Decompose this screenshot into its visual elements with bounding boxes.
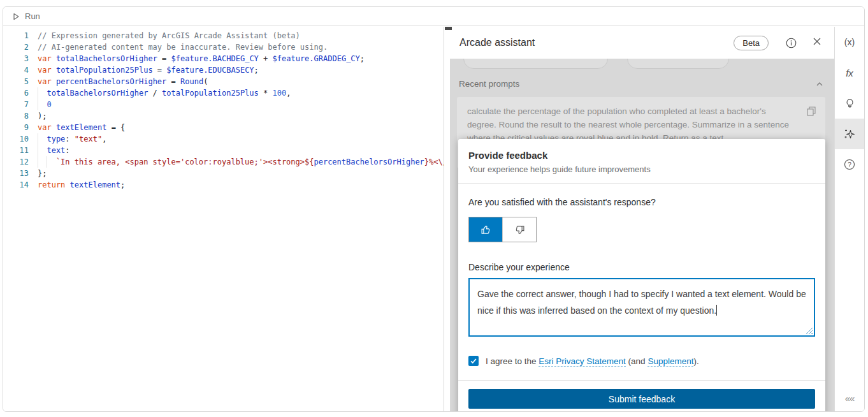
suggestion-chip[interactable] bbox=[463, 59, 608, 69]
run-button[interactable]: Run bbox=[25, 11, 40, 21]
recent-prompts-label: Recent prompts bbox=[459, 79, 815, 89]
functions-icon: fx bbox=[846, 68, 853, 78]
close-icon[interactable] bbox=[813, 37, 821, 48]
thumbs-up-icon bbox=[481, 224, 491, 235]
code-line[interactable]: 4var totalPopulation25Plus = $feature.ED… bbox=[3, 64, 444, 76]
code-text: return textElement; bbox=[38, 179, 125, 191]
satisfaction-toggle bbox=[468, 217, 537, 242]
line-number: 6 bbox=[3, 87, 29, 99]
assistant-header: Arcade assistant Beta bbox=[450, 27, 834, 59]
feedback-title: Provide feedback bbox=[468, 150, 815, 161]
agree-prefix: I agree to the bbox=[486, 356, 539, 366]
sparkle-icon bbox=[844, 128, 855, 140]
help-icon: ? bbox=[844, 159, 855, 170]
privacy-checkbox[interactable] bbox=[468, 356, 479, 366]
privacy-statement-link[interactable]: Esri Privacy Statement bbox=[539, 356, 626, 367]
code-line[interactable]: 13}; bbox=[3, 168, 444, 179]
sidebar-item-suggestions[interactable] bbox=[835, 88, 864, 119]
editor-sidebar: (x) fx ? «« bbox=[834, 27, 864, 411]
copy-prompt-icon[interactable] bbox=[806, 106, 817, 117]
line-number: 1 bbox=[3, 30, 29, 41]
code-text: var percentBachelorsOrHigher = Round( bbox=[38, 76, 208, 87]
code-text: // Expression generated by ArcGIS Arcade… bbox=[38, 30, 300, 41]
thumbs-up-button[interactable] bbox=[469, 217, 502, 242]
code-text: type: "text", bbox=[38, 133, 106, 145]
assistant-title: Arcade assistant bbox=[459, 37, 734, 48]
feedback-dialog-footer: Submit feedback bbox=[458, 380, 825, 411]
line-number: 4 bbox=[3, 64, 29, 76]
editor-toolbar: Run bbox=[3, 7, 864, 26]
lightbulb-icon bbox=[844, 98, 855, 109]
code-line[interactable]: 11text: bbox=[3, 145, 444, 156]
code-line[interactable]: 1// Expression generated by ArcGIS Arcad… bbox=[3, 30, 444, 41]
code-text: var totalPopulation25Plus = $feature.EDU… bbox=[38, 64, 259, 76]
arcade-assistant-panel: Arcade assistant Beta Recent prompts bbox=[450, 27, 834, 411]
code-text: }; bbox=[38, 168, 47, 179]
line-number: 2 bbox=[3, 41, 29, 53]
describe-experience-label: Describe your experience bbox=[468, 262, 815, 272]
beta-badge: Beta bbox=[734, 36, 769, 50]
experience-textarea[interactable]: Gave the correct answer, though I had to… bbox=[468, 278, 815, 337]
divider-drag-handle[interactable] bbox=[445, 27, 452, 30]
feedback-dialog-body: Are you satisfied with the assistant's r… bbox=[458, 184, 825, 366]
line-number: 11 bbox=[3, 145, 29, 156]
chevron-up-icon[interactable] bbox=[815, 80, 824, 89]
code-line[interactable]: 8); bbox=[3, 110, 444, 122]
line-number: 14 bbox=[3, 179, 29, 191]
privacy-agree-text: I agree to the Esri Privacy Statement (a… bbox=[486, 356, 699, 366]
code-line[interactable]: 6totalBachelorsOrHigher / totalPopulatio… bbox=[3, 87, 444, 99]
code-line[interactable]: 2// AI-generated content may be inaccura… bbox=[3, 41, 444, 53]
collapse-panel-icon[interactable]: «« bbox=[835, 393, 864, 404]
line-number: 9 bbox=[3, 122, 29, 133]
line-number: 13 bbox=[3, 168, 29, 179]
line-number: 10 bbox=[3, 133, 29, 145]
line-number: 5 bbox=[3, 76, 29, 87]
sidebar-item-functions[interactable]: fx bbox=[835, 57, 864, 88]
agree-suffix: ). bbox=[693, 356, 698, 366]
code-text: 0 bbox=[38, 99, 52, 110]
svg-text:?: ? bbox=[848, 161, 851, 168]
code-line[interactable]: 9var textElement = { bbox=[3, 122, 444, 133]
sidebar-item-globals[interactable]: (x) bbox=[835, 27, 864, 57]
code-line[interactable]: 3var totalBachelorsOrHigher = $feature.B… bbox=[3, 53, 444, 64]
code-line[interactable]: 10type: "text", bbox=[3, 133, 444, 145]
panel-resize-divider[interactable] bbox=[444, 27, 450, 411]
code-text: var textElement = { bbox=[38, 122, 125, 133]
code-text: var totalBachelorsOrHigher = $feature.BA… bbox=[38, 53, 365, 64]
code-text: text: bbox=[38, 145, 70, 156]
info-icon[interactable] bbox=[786, 38, 797, 48]
code-text: // AI-generated content may be inaccurat… bbox=[38, 41, 328, 53]
code-text: ); bbox=[38, 110, 47, 122]
recent-prompts-section-header[interactable]: Recent prompts bbox=[459, 79, 824, 89]
globals-icon: (x) bbox=[844, 37, 855, 47]
privacy-agree-row: I agree to the Esri Privacy Statement (a… bbox=[468, 356, 815, 366]
assistant-body-dimmed: Recent prompts calculate the percentage … bbox=[450, 59, 834, 411]
feedback-subtitle: Your experience helps guide future impro… bbox=[468, 165, 815, 174]
code-line[interactable]: 14return textElement; bbox=[3, 179, 444, 191]
code-text: `In this area, <span style='color:royalb… bbox=[38, 156, 444, 168]
code-editor[interactable]: 1// Expression generated by ArcGIS Arcad… bbox=[3, 27, 444, 411]
checkmark-icon bbox=[470, 357, 477, 365]
run-play-icon[interactable] bbox=[11, 12, 20, 21]
agree-middle: (and bbox=[626, 356, 648, 366]
submit-feedback-button[interactable]: Submit feedback bbox=[468, 389, 815, 409]
sidebar-item-assistant[interactable] bbox=[835, 119, 864, 149]
thumbs-down-button[interactable] bbox=[503, 217, 536, 242]
suggestion-chip[interactable] bbox=[627, 59, 729, 69]
textarea-resize-handle[interactable] bbox=[806, 327, 813, 334]
text-cursor bbox=[716, 305, 717, 316]
provide-feedback-dialog: Provide feedback Your experience helps g… bbox=[458, 139, 825, 411]
sidebar-item-help[interactable]: ? bbox=[835, 149, 864, 180]
line-number: 7 bbox=[3, 99, 29, 110]
textarea-value: Gave the correct answer, though I had to… bbox=[477, 289, 806, 316]
thumbs-down-icon bbox=[514, 224, 525, 235]
line-number: 8 bbox=[3, 110, 29, 122]
code-text: totalBachelorsOrHigher / totalPopulation… bbox=[38, 87, 291, 99]
code-line[interactable]: 12`In this area, <span style='color:roya… bbox=[3, 156, 444, 168]
line-number: 3 bbox=[3, 53, 29, 64]
code-line[interactable]: 70 bbox=[3, 99, 444, 110]
arcade-editor-window: Run 1// Expression generated by ArcGIS A… bbox=[3, 6, 865, 412]
line-number: 12 bbox=[3, 156, 29, 168]
code-line[interactable]: 5var percentBachelorsOrHigher = Round( bbox=[3, 76, 444, 87]
supplement-link[interactable]: Supplement bbox=[647, 356, 693, 367]
